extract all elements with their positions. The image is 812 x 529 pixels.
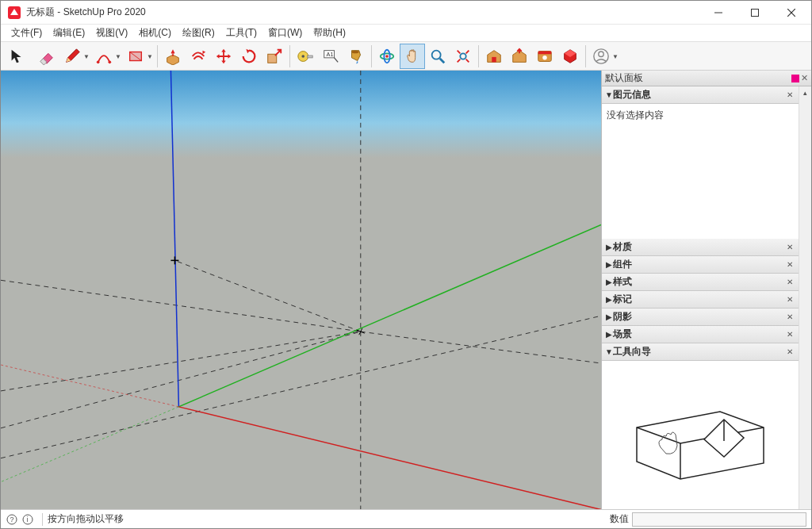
panel-materials-header[interactable]: ▶ 材质 ✕ — [602, 239, 799, 256]
svg-line-36 — [178, 224, 601, 406]
measurements-box: 数值 — [610, 512, 806, 527]
move-tool[interactable] — [211, 44, 236, 69]
offset-tool[interactable] — [186, 44, 211, 69]
panel-close-icon[interactable]: ✕ — [784, 329, 795, 340]
3d-viewport[interactable] — [1, 71, 601, 509]
svg-line-35 — [170, 71, 178, 407]
panel-close-icon[interactable]: ✕ — [784, 242, 795, 253]
tray-scrollbar[interactable]: ▴ — [799, 86, 811, 509]
svg-text:?: ? — [10, 516, 14, 523]
paint-tool[interactable] — [343, 44, 369, 69]
menu-tools[interactable]: 工具(T) — [220, 25, 262, 41]
tray-header[interactable]: 默认面板 ✕ — [602, 71, 811, 86]
panel-instructor-header[interactable]: ▼ 工具向导 ✕ — [602, 343, 799, 361]
panel-styles-label: 样式 — [613, 275, 784, 289]
panel-tags-label: 标记 — [613, 293, 784, 306]
svg-line-33 — [1, 332, 361, 391]
panel-close-icon[interactable]: ✕ — [784, 294, 795, 305]
shapes-tool[interactable]: ▼ — [123, 44, 148, 69]
svg-line-39 — [1, 365, 178, 407]
panel-close-icon[interactable]: ✕ — [784, 259, 795, 270]
panel-entity-info-header[interactable]: ▼ 图元信息 ✕ — [602, 86, 799, 104]
rotate-tool[interactable] — [236, 44, 262, 69]
panel-tags-header[interactable]: ▶ 标记 ✕ — [602, 291, 799, 309]
menu-camera[interactable]: 相机(C) — [133, 25, 177, 41]
menu-view[interactable]: 视图(V) — [90, 25, 133, 41]
pushpull-tool[interactable] — [160, 44, 186, 69]
extension-warehouse-icon[interactable] — [532, 44, 557, 69]
arc-tool[interactable]: ▼ — [91, 44, 117, 69]
menu-file[interactable]: 文件(F) — [6, 25, 48, 41]
minimize-button[interactable] — [700, 1, 737, 25]
scale-tool[interactable] — [262, 44, 287, 69]
menu-window[interactable]: 窗口(W) — [262, 25, 308, 41]
panel-instructor-label: 工具向导 — [613, 345, 784, 358]
window-title: 无标题 - SketchUp Pro 2020 — [26, 6, 700, 19]
pan-tool[interactable] — [400, 44, 425, 69]
menu-help[interactable]: 帮助(H) — [308, 25, 351, 41]
3d-warehouse-share-icon[interactable] — [507, 44, 532, 69]
extension-manager-icon[interactable] — [557, 44, 583, 69]
user-account-icon[interactable]: ▼ — [588, 44, 614, 69]
panel-components-header[interactable]: ▶ 组件 ✕ — [602, 256, 799, 274]
statusbar: ? i 按方向拖动以平移 数值 — [1, 509, 811, 528]
zoom-tool[interactable] — [425, 44, 450, 69]
instructor-body — [602, 361, 799, 509]
text-tool[interactable]: A1 — [318, 44, 343, 69]
instructor-illustration — [625, 384, 776, 487]
titlebar: 无标题 - SketchUp Pro 2020 — [1, 1, 811, 25]
svg-point-5 — [97, 60, 100, 63]
expand-icon: ▶ — [605, 260, 613, 269]
orbit-tool[interactable] — [374, 44, 400, 69]
expand-icon: ▶ — [605, 295, 613, 304]
tray-close-icon[interactable]: ✕ — [801, 73, 808, 83]
help-icon[interactable]: ? — [6, 513, 18, 526]
svg-rect-22 — [492, 56, 496, 61]
tray-title: 默认面板 — [605, 71, 643, 85]
select-tool[interactable] — [4, 44, 29, 69]
app-window: 无标题 - SketchUp Pro 2020 文件(F) 编辑(E) 视图(V… — [0, 0, 812, 529]
panel-close-icon[interactable]: ✕ — [784, 347, 795, 358]
tape-tool[interactable] — [293, 44, 318, 69]
panel-shadows-label: 阴影 — [613, 310, 784, 324]
panel-shadows-header[interactable]: ▶ 阴影 ✕ — [602, 309, 799, 326]
3d-warehouse-building-icon[interactable] — [481, 44, 507, 69]
no-selection-text: 没有选择内容 — [607, 109, 664, 121]
panel-close-icon[interactable]: ✕ — [784, 90, 795, 101]
menu-edit[interactable]: 编辑(E) — [48, 25, 90, 41]
measurements-input[interactable] — [632, 512, 806, 527]
info-icon[interactable]: i — [21, 513, 34, 526]
app-icon — [7, 6, 21, 20]
svg-line-31 — [1, 332, 361, 428]
svg-line-32 — [174, 260, 360, 332]
svg-line-29 — [1, 280, 361, 332]
panel-close-icon[interactable]: ✕ — [784, 277, 795, 288]
svg-point-21 — [460, 53, 465, 59]
panel-scenes-header[interactable]: ▶ 场景 ✕ — [602, 326, 799, 343]
svg-rect-12 — [308, 56, 312, 58]
expand-icon: ▶ — [605, 278, 613, 286]
svg-point-15 — [352, 50, 359, 53]
content-area: 默认面板 ✕ ▼ 图元信息 ✕ 没有选择内容 ▶ — [1, 71, 811, 509]
collapse-icon: ▼ — [605, 90, 613, 99]
svg-point-27 — [599, 52, 603, 56]
menubar: 文件(F) 编辑(E) 视图(V) 相机(C) 绘图(R) 工具(T) 窗口(W… — [1, 25, 811, 42]
expand-icon: ▶ — [605, 243, 613, 251]
panel-close-icon[interactable]: ✕ — [784, 312, 795, 323]
scroll-up-icon[interactable]: ▴ — [799, 86, 811, 99]
svg-point-6 — [109, 60, 112, 63]
expand-icon: ▶ — [605, 330, 613, 339]
svg-rect-2 — [752, 9, 759, 16]
panel-styles-header[interactable]: ▶ 样式 ✕ — [602, 274, 799, 291]
pencil-tool[interactable]: ▼ — [59, 44, 85, 69]
viewport-axes — [1, 71, 601, 509]
maximize-button[interactable] — [737, 1, 773, 25]
menu-draw[interactable]: 绘图(R) — [177, 25, 220, 41]
pin-icon[interactable] — [791, 75, 799, 82]
panel-scenes-label: 场景 — [613, 328, 784, 341]
panel-materials-label: 材质 — [613, 240, 784, 254]
close-button[interactable] — [773, 1, 810, 25]
svg-point-11 — [301, 55, 304, 58]
eraser-tool[interactable] — [34, 44, 59, 69]
zoom-extents-tool[interactable] — [450, 44, 476, 69]
